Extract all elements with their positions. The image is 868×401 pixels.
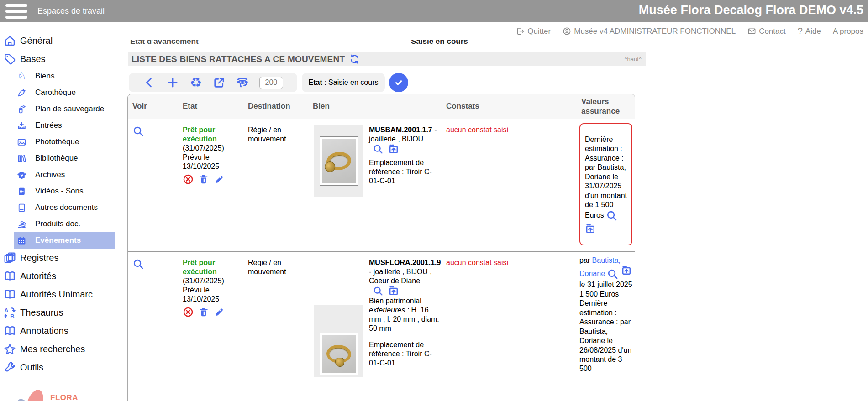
sidebar-item-mes-recherches[interactable]: Mes recherches	[0, 340, 115, 358]
chess-knight-icon: ♘	[17, 72, 26, 81]
cancel-icon[interactable]	[183, 307, 194, 318]
user-circle-icon	[563, 27, 571, 36]
status-date: (31/07/2025)	[183, 144, 241, 153]
toolbar-icon-group: ♻	[129, 73, 297, 92]
open-window-icon[interactable]	[388, 286, 399, 297]
col-header-etat: Etat	[178, 102, 243, 111]
sidebar-item-plan-de-sauvegarde[interactable]: Plan de sauvegarde	[0, 101, 115, 117]
logout-icon	[516, 27, 525, 36]
fire-extinguisher-icon	[17, 104, 26, 114]
etat-filter-value: : Saisie en cours	[322, 78, 379, 86]
contact-link[interactable]: Contact	[747, 27, 786, 36]
open-book-icon	[4, 288, 16, 301]
inbox-download-icon	[17, 121, 26, 130]
sidebar-item-thesaurus[interactable]: AB Thesaurus	[0, 303, 115, 322]
recycle-icon[interactable]: ♻	[189, 76, 202, 89]
section-header: LISTE DES BIENS RATTACHES A CE MOUVEMENT…	[128, 52, 646, 66]
question-mark-icon: ?	[798, 26, 803, 36]
sidebar-item-videos-sons[interactable]: Vidéos - Sons	[0, 183, 115, 199]
sidebar-item-annotations[interactable]: Annotations	[0, 322, 115, 340]
svg-text:A: A	[4, 307, 8, 313]
open-box-icon	[17, 170, 26, 180]
constats-text: aucun constat saisi	[442, 119, 577, 251]
star-icon	[4, 343, 16, 355]
delete-icon[interactable]	[198, 174, 209, 185]
confirm-check-button[interactable]	[389, 73, 408, 92]
apropos-link[interactable]: A propos	[833, 27, 863, 36]
table-row: Prêt pour exécution (31/07/2025) Prévu l…	[128, 252, 635, 401]
toolbar: ♻ Etat : Saisie en cours	[129, 73, 408, 92]
search-bien-icon[interactable]	[373, 144, 384, 155]
envelope-icon	[747, 27, 756, 36]
aide-link[interactable]: ? Aide	[798, 26, 821, 36]
bien-dims-label: exterieures :	[369, 306, 409, 314]
search-bien-icon[interactable]	[373, 286, 384, 297]
form-row-etat-avancement: Etat d'avancement Saisie en cours	[115, 40, 754, 47]
sidebar-item-autorites[interactable]: Autorités	[0, 267, 115, 285]
sidebar-item-entrees[interactable]: Entrées	[0, 117, 115, 134]
sidebar-item-registres[interactable]: Registres	[0, 249, 115, 267]
open-window-icon[interactable]	[585, 224, 596, 234]
eye-of-horus-icon[interactable]	[236, 76, 249, 89]
sidebar-item-autorites-unimarc[interactable]: Autorités Unimarc	[0, 285, 115, 303]
bien-thumbnail[interactable]	[314, 125, 363, 197]
view-record-icon[interactable]	[132, 125, 144, 137]
valeurs-search-icon[interactable]	[606, 210, 618, 222]
document-icon	[17, 203, 26, 213]
valeurs-search-icon[interactable]	[607, 268, 619, 280]
valeurs-text: Dernière estimation : Assurance : par Ba…	[585, 135, 627, 219]
sidebar-item-phototheque[interactable]: Photothèque	[0, 134, 115, 150]
video-file-icon	[17, 187, 26, 196]
open-book-icon	[4, 325, 16, 337]
sort-alpha-icon: AB	[4, 307, 16, 319]
hamburger-menu-icon[interactable]	[5, 4, 27, 19]
biens-table: Voir Etat Destination Bien Constats Vale…	[127, 94, 635, 401]
top-anchor-link[interactable]: ^haut^	[624, 56, 642, 62]
wrench-icon	[4, 361, 16, 374]
sidebar-item-bases[interactable]: Bases	[0, 50, 115, 68]
valeurs-rest: le 31 juillet 2025 1 500 Euros Dernière …	[579, 281, 632, 372]
bien-desc: - joaillerie , BIJOU , Coeur de Diane	[369, 268, 432, 285]
cancel-icon[interactable]	[183, 174, 194, 185]
calendar-icon	[17, 236, 26, 245]
result-count-input[interactable]	[259, 77, 283, 89]
books-icon	[17, 154, 26, 163]
edit-icon[interactable]	[214, 307, 225, 318]
delete-icon[interactable]	[198, 307, 209, 318]
open-window-icon[interactable]	[621, 265, 632, 276]
flora-software-logo: FLORA SOFTWARE Bibliothèques | Archives …	[12, 388, 115, 401]
sidebar-item-carotheque[interactable]: Carothèque	[0, 84, 115, 101]
sidebar-item-evenements[interactable]: Evènements	[14, 232, 115, 249]
home-icon	[4, 35, 16, 47]
add-icon[interactable]	[166, 76, 179, 89]
etat-filter-pill[interactable]: Etat : Saisie en cours	[302, 73, 385, 92]
sidebar-item-general[interactable]: Général	[0, 31, 115, 50]
sidebar-item-archives[interactable]: Archives	[0, 167, 115, 183]
sidebar: Général Bases ♘ Biens Carothèque Plan de…	[0, 22, 115, 401]
valeurs-prefix: par	[579, 256, 592, 264]
back-chevron-icon[interactable]	[143, 76, 156, 89]
col-header-valeurs: Valeurs assurance	[577, 97, 618, 116]
sidebar-item-outils[interactable]: Outils	[0, 358, 115, 376]
sidebar-item-produits-doc[interactable]: Produits doc.	[0, 216, 115, 232]
external-link-icon[interactable]	[213, 76, 226, 89]
sidebar-item-autres-documents[interactable]: Autres documents	[0, 199, 115, 216]
destination-text: Régie / en mouvement	[243, 119, 308, 251]
view-record-icon[interactable]	[132, 258, 144, 270]
sidebar-item-biens[interactable]: ♘ Biens	[0, 68, 115, 84]
bien-thumbnail[interactable]	[314, 305, 363, 377]
user-menu[interactable]: Musée v4 ADMINISTRATEUR FONCTIONNEL	[563, 27, 736, 36]
col-header-voir: Voir	[128, 102, 178, 111]
col-header-destination: Destination	[243, 102, 308, 111]
refresh-icon[interactable]	[349, 54, 360, 64]
open-window-icon[interactable]	[388, 144, 399, 155]
quitter-link[interactable]: Quitter	[516, 27, 551, 36]
edit-icon[interactable]	[214, 174, 225, 185]
etat-filter-label: Etat	[309, 78, 322, 86]
status-text: Prêt pour exécution	[183, 258, 241, 276]
status-planned: Prévu le 13/10/2025	[183, 286, 241, 304]
table-header-row: Voir Etat Destination Bien Constats Vale…	[128, 94, 635, 119]
sidebar-item-bibliotheque[interactable]: Bibliothèque	[0, 150, 115, 167]
bien-patrimonial: Bien patrimonial	[369, 297, 440, 306]
open-book-icon	[4, 270, 16, 282]
